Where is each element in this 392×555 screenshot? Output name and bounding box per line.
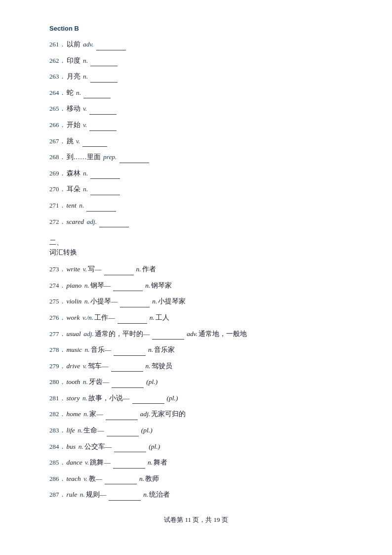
list-item: 275． violin n. 小提琴— n. 小提琴家: [49, 296, 343, 307]
list-item: 277． usual adj. 通常的，平时的— adv. 通常地，一般地: [49, 329, 343, 340]
list-item: 273． write v. 写— n. 作者: [49, 264, 343, 275]
list-item: 271． tent n.: [49, 200, 343, 212]
list-item: 261． 以前 adv.: [49, 39, 343, 50]
list-item: 278． music n. 音乐— n. 音乐家: [49, 344, 343, 356]
list-item: 266． 开始 v.: [49, 120, 343, 131]
list-item: 268． 到……里面 prep.: [49, 152, 343, 163]
list-item: 281． story n. 故事，小说— (pl.): [49, 393, 343, 404]
list-item: 280． tooth n. 牙齿— (pl.): [49, 377, 343, 388]
list-item: 279． drive v. 驾车— n. 驾驶员: [49, 361, 343, 372]
section-two-subtitle: 词汇转换: [49, 248, 343, 257]
list-item: 285． dance v. 跳舞— n. 舞者: [49, 457, 343, 469]
list-item: 284． bus n. 公交车— (pl.): [49, 441, 343, 453]
list-item: 283． life n. 生命— (pl.): [49, 425, 343, 436]
section-two-title: 二、: [49, 238, 343, 247]
list-item: 282． home n. 家— adj. 无家可归的: [49, 409, 343, 420]
list-item: 276． work v./n. 工作— n. 工人: [49, 312, 343, 324]
section-b-label: Section B: [49, 25, 343, 32]
list-item: 269． 森林 n.: [49, 168, 343, 179]
list-item: 274． piano n. 钢琴— n. 钢琴家: [49, 280, 343, 292]
list-item: 270． 耳朵 n.: [49, 184, 343, 195]
list-item: 286． teach v. 教— n. 教师: [49, 473, 343, 485]
list-item: 272． scared adj.: [49, 216, 343, 228]
list-item: 287． rule n. 规则— n. 统治者: [49, 489, 343, 501]
list-item: 265． 移动 v.: [49, 103, 343, 115]
list-item: 264． 蛇 n.: [49, 87, 343, 99]
page-footer: 试卷第 11 页，共 19 页: [49, 515, 343, 524]
list-item: 263． 月亮 n.: [49, 71, 343, 83]
list-item: 262． 印度 n.: [49, 55, 343, 67]
section-two-items: 273． write v. 写— n. 作者 274． piano n. 钢琴—…: [49, 264, 343, 501]
section-b-items: 261． 以前 adv. 262． 印度 n. 263． 月亮 n. 264． …: [49, 39, 343, 227]
list-item: 267． 跳 v.: [49, 136, 343, 147]
